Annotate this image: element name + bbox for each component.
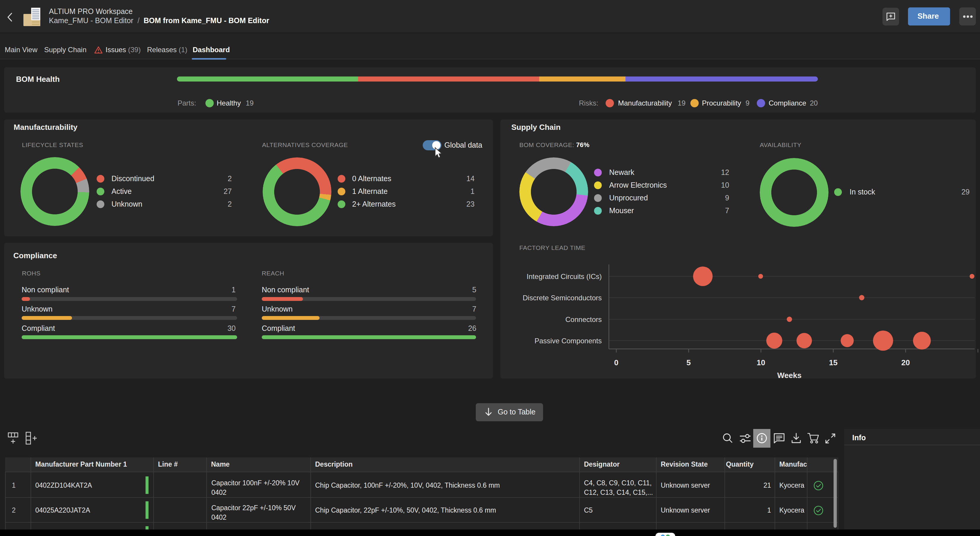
svg-text:Connectors: Connectors bbox=[565, 315, 602, 323]
svg-text:Discrete Semiconductors: Discrete Semiconductors bbox=[523, 294, 602, 302]
svg-text:Passive Components: Passive Components bbox=[535, 337, 602, 345]
svg-text:20: 20 bbox=[902, 358, 910, 367]
svg-text:10: 10 bbox=[757, 358, 765, 367]
svg-text:Integrated Circuits (ICs): Integrated Circuits (ICs) bbox=[527, 272, 602, 280]
svg-text:15: 15 bbox=[829, 358, 838, 367]
svg-text:0: 0 bbox=[614, 358, 618, 367]
svg-text:5: 5 bbox=[687, 358, 691, 367]
svg-text:Weeks: Weeks bbox=[777, 371, 802, 380]
